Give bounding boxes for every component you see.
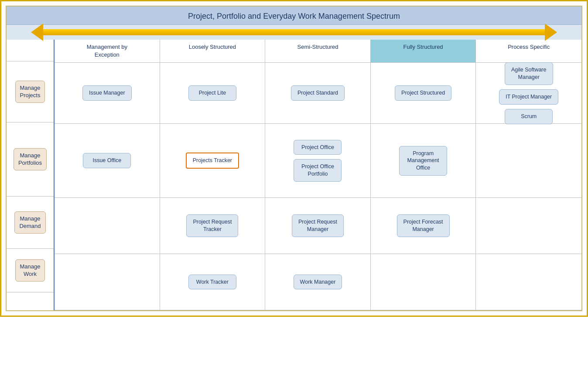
- cell-projects-3: Project Structured: [371, 63, 476, 123]
- work-manager-box[interactable]: Work Manager: [294, 275, 342, 290]
- grid-content: Management byException Loosely Structure…: [55, 40, 581, 310]
- row-label-manage-projects: ManageProjects: [7, 61, 54, 122]
- cell-demand-2: Project RequestManager: [265, 198, 371, 254]
- project-lite-box[interactable]: Project Lite: [188, 85, 236, 101]
- label-spacer: [7, 40, 54, 61]
- col-header-2: Semi-Structured: [265, 40, 371, 62]
- cell-portfolios-1: Projects Tracker: [160, 124, 266, 197]
- scrum-box[interactable]: Scrum: [505, 109, 553, 124]
- matrix-layout: ManageProjects ManagePortfolios ManageDe…: [7, 40, 581, 310]
- manage-projects-box: ManageProjects: [15, 81, 45, 103]
- col-header-0: Management byException: [55, 40, 160, 62]
- manage-portfolios-box: ManagePortfolios: [14, 148, 47, 171]
- chart-title: Project, Portfolio and Everyday Work Man…: [7, 7, 581, 25]
- cell-portfolios-4: [476, 124, 581, 197]
- col-header-3: Fully Structured: [371, 40, 476, 62]
- cell-projects-1: Project Lite: [160, 63, 266, 123]
- cell-work-3: [371, 254, 476, 310]
- cell-work-0: [55, 254, 160, 310]
- cell-projects-4: Agile SoftwareManager IT Project Manager…: [476, 63, 581, 123]
- cell-projects-0: Issue Manager: [55, 63, 160, 123]
- program-management-office-box[interactable]: ProgramManagementOffice: [399, 146, 447, 176]
- project-office-portfolio-box[interactable]: Project OfficePortfolio: [294, 159, 342, 182]
- agile-software-manager-box[interactable]: Agile SoftwareManager: [505, 62, 553, 85]
- it-project-manager-box[interactable]: IT Project Manager: [499, 89, 558, 105]
- column-headers: Management byException Loosely Structure…: [55, 40, 581, 63]
- cell-work-2: Work Manager: [265, 254, 371, 310]
- issue-office-box[interactable]: Issue Office: [83, 153, 131, 168]
- row-manage-portfolios: Issue Office Projects Tracker Project Of…: [55, 124, 581, 198]
- row-label-manage-demand: ManageDemand: [7, 197, 54, 249]
- row-manage-demand: Project RequestTracker Project RequestMa…: [55, 198, 581, 254]
- row-manage-projects: Issue Manager Project Lite Project Stand…: [55, 63, 581, 124]
- project-forecast-manager-box[interactable]: Project ForecastManager: [397, 214, 450, 237]
- project-office-box[interactable]: Project Office: [294, 140, 342, 155]
- arrow-left-icon: [31, 24, 43, 41]
- row-label-manage-portfolios: ManagePortfolios: [7, 122, 54, 197]
- manage-demand-box: ManageDemand: [14, 211, 45, 234]
- cell-demand-0: [55, 198, 160, 254]
- cell-demand-1: Project RequestTracker: [160, 198, 266, 254]
- col-header-1: Loosely Structured: [160, 40, 266, 62]
- manage-work-box: ManageWork: [15, 259, 45, 282]
- project-structured-box[interactable]: Project Structured: [395, 85, 451, 101]
- cell-work-4: [476, 254, 581, 310]
- row-label-manage-work: ManageWork: [7, 249, 54, 292]
- project-standard-box[interactable]: Project Standard: [291, 85, 345, 101]
- project-request-tracker-box[interactable]: Project RequestTracker: [186, 214, 238, 237]
- cell-portfolios-3: ProgramManagementOffice: [371, 124, 476, 197]
- main-container: Project, Portfolio and Everyday Work Man…: [6, 6, 582, 311]
- project-request-manager-box[interactable]: Project RequestManager: [292, 214, 344, 237]
- issue-manager-box[interactable]: Issue Manager: [82, 85, 132, 101]
- cell-demand-3: Project ForecastManager: [371, 198, 476, 254]
- cell-demand-4: [476, 198, 581, 254]
- arrow-right-icon: [545, 24, 557, 41]
- arrow-bar: [7, 25, 581, 40]
- cell-portfolios-2: Project Office Project OfficePortfolio: [265, 124, 371, 197]
- cell-projects-2: Project Standard: [265, 63, 371, 123]
- row-manage-work: Work Tracker Work Manager: [55, 254, 581, 310]
- row-labels-column: ManageProjects ManagePortfolios ManageDe…: [7, 40, 55, 310]
- work-tracker-box[interactable]: Work Tracker: [188, 275, 236, 290]
- col-header-4: Process Specific: [476, 40, 581, 62]
- spectrum-arrow: [43, 28, 545, 36]
- cell-portfolios-0: Issue Office: [55, 124, 160, 197]
- cell-work-1: Work Tracker: [160, 254, 266, 310]
- projects-tracker-box[interactable]: Projects Tracker: [186, 153, 239, 169]
- arrow-body: [43, 29, 545, 35]
